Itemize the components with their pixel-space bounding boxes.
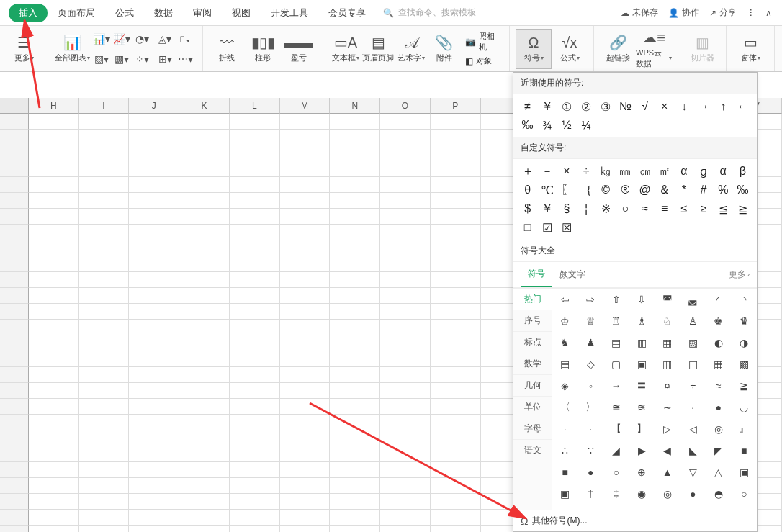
cell[interactable] (330, 288, 380, 304)
cell[interactable] (29, 272, 79, 288)
cell[interactable] (330, 225, 380, 240)
menu-tab-insert[interactable]: 插入 (9, 4, 48, 22)
gallery-symbol[interactable]: ⇨ (578, 289, 604, 310)
ribbon-attachment[interactable]: 📎附件 (428, 29, 461, 69)
cell[interactable] (0, 478, 29, 494)
cell[interactable] (230, 383, 280, 399)
cell[interactable] (431, 526, 481, 532)
cell[interactable] (380, 177, 431, 193)
cell[interactable] (431, 430, 481, 446)
cell[interactable] (29, 446, 79, 462)
gallery-symbol[interactable]: ∵ (578, 440, 604, 461)
cell[interactable] (0, 130, 29, 145)
cell[interactable] (79, 351, 130, 367)
cell[interactable] (380, 193, 431, 209)
cell[interactable] (230, 193, 280, 209)
recent-symbol[interactable]: ② (576, 97, 596, 116)
unsaved-indicator[interactable]: ☁未保存 (621, 6, 658, 19)
recent-symbol[interactable]: ↑ (714, 97, 733, 116)
gallery-symbol[interactable]: · (552, 418, 578, 440)
cell[interactable] (330, 367, 380, 383)
gallery-grid[interactable]: ⇦⇨⇧⇩◚◛◜◝♔♕♖♗♘♙♚♛♞♟▤▥▦▧◐◑▤◇▢▣▥◫▦▩◈◦→〓¤÷≈≧… (552, 289, 757, 510)
cell[interactable] (330, 462, 380, 478)
cell[interactable] (431, 510, 481, 526)
cell[interactable] (280, 209, 331, 225)
cell[interactable] (280, 415, 331, 430)
cell[interactable] (29, 240, 79, 256)
cell[interactable] (129, 351, 179, 367)
gallery-category[interactable]: 标点 (513, 332, 552, 353)
custom-symbol[interactable]: ☑ (537, 218, 557, 237)
cell[interactable] (129, 256, 179, 272)
cell[interactable] (29, 430, 79, 446)
cell[interactable] (129, 415, 179, 430)
custom-symbol[interactable]: ㎏ (596, 162, 616, 181)
cell[interactable] (330, 256, 380, 272)
cell[interactable] (380, 415, 431, 430)
gallery-symbol[interactable]: → (603, 375, 629, 397)
menu-tab-page-layout[interactable]: 页面布局 (48, 2, 105, 24)
cell[interactable] (431, 399, 481, 415)
gallery-symbol[interactable]: ♖ (603, 310, 629, 332)
cell[interactable] (0, 494, 29, 510)
gallery-category[interactable]: 几何 (513, 375, 552, 397)
cell[interactable] (280, 462, 331, 478)
cell[interactable] (230, 177, 280, 193)
cell[interactable] (129, 193, 179, 209)
cell[interactable] (230, 430, 280, 446)
gallery-symbol[interactable]: ♛ (732, 310, 758, 332)
cell[interactable] (0, 145, 29, 161)
cell[interactable] (0, 320, 29, 335)
cell[interactable] (230, 462, 280, 478)
cell[interactable] (0, 415, 29, 430)
gallery-symbol[interactable]: ▦ (706, 353, 732, 375)
custom-symbol[interactable]: ≤ (674, 199, 693, 218)
gallery-symbol[interactable]: ≧ (732, 375, 758, 397)
cell[interactable] (79, 256, 130, 272)
gallery-symbol[interactable]: 〓 (629, 375, 655, 397)
gallery-symbol[interactable]: ◚ (655, 289, 680, 310)
gallery-symbol[interactable]: 〈 (552, 397, 578, 418)
cell[interactable] (431, 383, 481, 399)
gallery-symbol[interactable]: ♞ (552, 332, 578, 353)
cell[interactable] (179, 256, 230, 272)
cell[interactable] (179, 335, 230, 351)
cell[interactable] (230, 209, 280, 225)
custom-symbol[interactable]: § (557, 199, 576, 218)
gallery-symbol[interactable]: ▥ (629, 332, 655, 353)
chart-pie-icon[interactable]: ◔▾ (133, 30, 150, 48)
cell[interactable] (179, 145, 230, 161)
gallery-category[interactable]: 字母 (513, 418, 552, 440)
chart-combo-icon[interactable]: ⊞▾ (156, 50, 174, 68)
recent-symbol[interactable]: ￥ (537, 97, 557, 116)
gallery-symbol[interactable]: ◝ (732, 289, 758, 310)
cell[interactable] (29, 383, 79, 399)
cell[interactable] (330, 335, 380, 351)
cell[interactable] (431, 256, 481, 272)
cell[interactable] (179, 494, 230, 510)
cell[interactable] (380, 383, 431, 399)
recent-symbol[interactable]: № (616, 97, 635, 116)
gallery-symbol[interactable]: ● (680, 483, 706, 505)
cell[interactable] (79, 240, 130, 256)
column-header[interactable]: L (230, 98, 280, 114)
cell[interactable] (29, 367, 79, 383)
gallery-symbol[interactable]: ▲ (655, 461, 680, 483)
cell[interactable] (330, 304, 380, 320)
cell[interactable] (179, 383, 230, 399)
cell[interactable] (179, 114, 230, 130)
cell[interactable] (79, 430, 130, 446)
cell[interactable] (0, 161, 29, 177)
cell[interactable] (280, 240, 331, 256)
cell[interactable] (0, 526, 29, 532)
cell[interactable] (179, 478, 230, 494)
cell[interactable] (330, 494, 380, 510)
command-search[interactable]: 🔍 查找命令、搜索模板 (383, 6, 476, 19)
cell[interactable] (431, 288, 481, 304)
cell[interactable] (179, 161, 230, 177)
column-header[interactable]: J (129, 98, 179, 114)
cell[interactable] (79, 462, 130, 478)
gallery-symbol[interactable]: ♕ (578, 310, 604, 332)
cell[interactable] (380, 430, 431, 446)
custom-symbol[interactable]: ¦ (576, 199, 596, 218)
